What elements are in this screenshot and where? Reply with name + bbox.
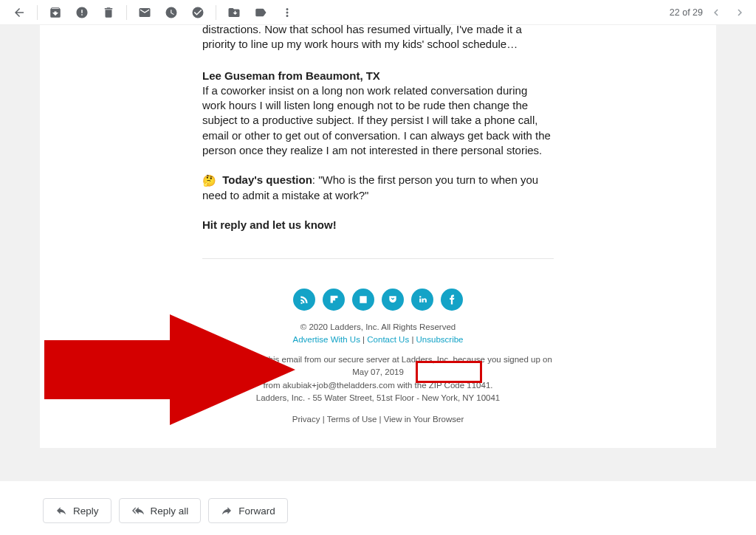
back-icon[interactable] — [7, 1, 31, 24]
add-to-tasks-icon[interactable] — [186, 1, 210, 24]
mark-unread-icon[interactable] — [133, 1, 157, 24]
address-line: Ladders, Inc. - 55 Water Street, 51st Fl… — [201, 392, 555, 404]
message-actions: Reply Reply all Forward — [43, 498, 288, 523]
testimonial-quote: If a coworker insist on a long non work … — [202, 83, 554, 158]
view-in-browser-link[interactable]: View in Your Browser — [384, 415, 464, 424]
forward-button[interactable]: Forward — [208, 498, 288, 523]
social-row — [40, 289, 716, 311]
footer-divider — [202, 258, 554, 259]
next-message-icon[interactable] — [729, 2, 750, 23]
terms-link[interactable]: Terms of Use — [327, 415, 377, 424]
reply-icon — [55, 505, 67, 517]
disclosure-line-1: You're receiving this email from our sec… — [201, 353, 555, 379]
reply-all-label: Reply all — [151, 505, 189, 517]
testimonial-author: Lee Guseman from Beaumont, TX — [202, 69, 554, 83]
reply-label: Reply — [73, 505, 99, 517]
more-icon[interactable] — [275, 1, 299, 24]
labels-icon[interactable] — [249, 1, 272, 24]
forward-label: Forward — [238, 505, 275, 517]
news-icon[interactable] — [352, 289, 374, 311]
report-spam-icon[interactable] — [70, 1, 94, 24]
email-body-card: distractions. Now that school has resume… — [40, 25, 716, 448]
separator — [126, 5, 127, 20]
archive-icon[interactable] — [44, 1, 67, 24]
pager: 22 of 29 — [670, 2, 750, 23]
move-to-icon[interactable] — [222, 1, 246, 24]
rss-icon[interactable] — [293, 289, 315, 311]
message-viewport: distractions. Now that school has resume… — [0, 25, 756, 481]
unsubscribe-link[interactable]: Unsubscribe — [416, 335, 464, 344]
message-counter: 22 of 29 — [670, 7, 703, 18]
delete-icon[interactable] — [97, 1, 120, 24]
prev-message-icon[interactable] — [706, 2, 726, 23]
body-paragraph-partial: distractions. Now that school has resume… — [202, 25, 554, 52]
disclosure-line-2: from akubiak+job@theladders.com with the… — [201, 379, 555, 392]
contact-link[interactable]: Contact Us — [367, 335, 409, 344]
facebook-icon[interactable] — [441, 289, 463, 311]
reply-all-button[interactable]: Reply all — [119, 498, 202, 523]
linkedin-icon[interactable] — [411, 289, 433, 311]
reply-all-icon — [131, 505, 145, 517]
toolbar: 22 of 29 — [0, 0, 756, 25]
thinking-emoji-icon: 🤔 — [202, 173, 216, 188]
separator — [216, 5, 216, 20]
question-label: Today's question — [222, 173, 312, 186]
pocket-icon[interactable] — [382, 289, 404, 311]
copyright-line: © 2020 Ladders, Inc. All Rights Reserved — [201, 321, 555, 334]
reply-button[interactable]: Reply — [43, 498, 111, 523]
separator — [37, 5, 38, 20]
privacy-link[interactable]: Privacy — [292, 415, 320, 424]
email-footer: © 2020 Ladders, Inc. All Rights Reserved… — [201, 321, 555, 427]
forward-icon — [221, 505, 233, 517]
advertise-link[interactable]: Advertise With Us — [293, 335, 360, 344]
todays-question: 🤔 Today's question: "Who is the first pe… — [202, 173, 554, 203]
snooze-icon[interactable] — [159, 1, 183, 24]
flipboard-icon[interactable] — [323, 289, 345, 311]
reply-cta: Hit reply and let us know! — [202, 218, 554, 232]
